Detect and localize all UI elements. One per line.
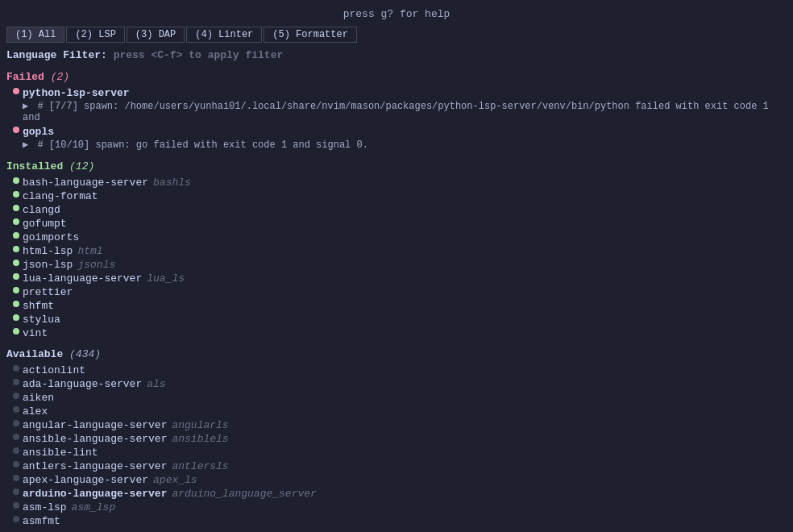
package-name: asmfmt: [23, 515, 60, 527]
tab-linter[interactable]: (4) Linter: [186, 27, 262, 43]
package-name: gopls: [23, 126, 54, 138]
installed-label: Installed: [6, 160, 63, 172]
package-name: gofumpt: [23, 218, 67, 230]
available-icon: [10, 488, 23, 495]
list-item[interactable]: goimports: [6, 231, 787, 244]
installed-icon: [10, 191, 23, 197]
package-name: clangd: [23, 204, 60, 216]
available-section-header: Available (434): [6, 345, 787, 364]
tab-formatter[interactable]: (5) Formatter: [264, 27, 357, 43]
list-item[interactable]: html-lsp html: [6, 244, 787, 258]
package-name: alex: [23, 405, 48, 418]
package-name: actionlint: [23, 364, 85, 376]
available-icon: [10, 502, 23, 509]
list-item[interactable]: ansible-language-server ansiblels: [6, 432, 787, 446]
failed-icon: [10, 88, 23, 94]
installed-icon: [10, 246, 23, 252]
package-name: vint: [23, 327, 48, 339]
list-item[interactable]: angular-language-server angularls: [6, 418, 787, 432]
list-item[interactable]: python-lsp-server: [6, 86, 787, 100]
package-name: bash-language-server: [23, 177, 148, 189]
list-item[interactable]: gopls: [6, 125, 787, 139]
package-name: asm-lsp: [23, 501, 67, 513]
failed-icon: [10, 127, 23, 133]
package-alias: jsonls: [77, 259, 115, 271]
list-item[interactable]: asm-lsp asm_lsp: [6, 501, 787, 514]
failed-count: (2): [51, 71, 69, 83]
package-name: json-lsp: [23, 259, 73, 271]
available-icon: [10, 461, 23, 468]
available-icon: [10, 447, 23, 454]
language-filter-label: Language Filter:: [6, 49, 107, 61]
installed-section-header: Installed (12): [6, 157, 787, 176]
help-label: press g? for help: [343, 8, 450, 20]
package-name: aiken: [23, 392, 54, 404]
installed-icon: [10, 301, 23, 307]
package-name: stylua: [23, 314, 60, 326]
available-label: Available: [6, 348, 63, 360]
package-name: clang-format: [23, 190, 98, 202]
package-alias: asm_lsp: [72, 501, 116, 513]
installed-icon: [10, 232, 23, 239]
installed-icon: [10, 177, 23, 184]
installed-icon: [10, 260, 23, 266]
list-item[interactable]: bash-language-server bashls: [6, 176, 787, 189]
installed-icon: [10, 314, 23, 321]
package-name: arduino-language-server: [23, 488, 167, 500]
failed-section-header: Failed (2): [6, 68, 787, 86]
package-name: ansible-lint: [23, 447, 98, 459]
list-item[interactable]: json-lsp jsonls: [6, 258, 787, 272]
list-item[interactable]: ansible-lint: [6, 446, 787, 459]
language-filter-row: Language Filter: press <C-f> to apply fi…: [0, 46, 793, 68]
tab-lsp[interactable]: (2) LSP: [66, 27, 124, 43]
list-item[interactable]: alex: [6, 405, 787, 418]
list-item[interactable]: antlers-language-server antlersls: [6, 459, 787, 473]
list-item[interactable]: clang-format: [6, 189, 787, 203]
package-name: apex-language-server: [23, 474, 148, 486]
package-alias: angularls: [172, 419, 228, 431]
list-item[interactable]: gofumpt: [6, 217, 787, 231]
package-name: antlers-language-server: [23, 460, 167, 472]
tab-dap[interactable]: (3) DAP: [127, 27, 185, 43]
list-item[interactable]: shfmt: [6, 299, 787, 313]
package-name: python-lsp-server: [23, 87, 130, 99]
installed-count: (12): [69, 160, 94, 172]
installed-icon: [10, 205, 23, 211]
tab-all[interactable]: (1) All: [6, 27, 64, 43]
list-item[interactable]: actionlint: [6, 364, 787, 377]
help-text: press g? for help: [0, 5, 793, 22]
tabs-bar: (1) All(2) LSP(3) DAP(4) Linter(5) Forma…: [0, 25, 793, 46]
package-name: shfmt: [23, 300, 54, 312]
package-name: ansible-language-server: [23, 433, 167, 445]
installed-icon: [10, 218, 23, 225]
available-icon: [10, 365, 23, 372]
available-icon: [10, 379, 23, 385]
list-item[interactable]: prettier: [6, 285, 787, 299]
failed-detail-row: ▶ # [7/7] spawn: /home/users/yunhai01/.l…: [6, 100, 787, 125]
package-name: prettier: [23, 286, 73, 298]
available-icon: [10, 434, 23, 440]
list-item[interactable]: vint: [6, 326, 787, 340]
available-icon: [10, 420, 23, 426]
package-alias: html: [77, 245, 102, 257]
package-alias: antlersls: [172, 460, 228, 472]
package-name: html-lsp: [23, 245, 73, 257]
failed-label: Failed: [6, 71, 44, 83]
list-item[interactable]: aiken: [6, 391, 787, 405]
list-item[interactable]: stylua: [6, 313, 787, 326]
list-item[interactable]: asmfmt: [6, 514, 787, 527]
list-item[interactable]: ada-language-server als: [6, 377, 787, 391]
installed-icon: [10, 273, 23, 280]
package-name: ada-language-server: [23, 378, 142, 390]
list-item[interactable]: apex-language-server apex_ls: [6, 473, 787, 487]
package-alias: bashls: [153, 177, 191, 189]
list-item[interactable]: lua-language-server lua_ls: [6, 272, 787, 285]
available-icon: [10, 475, 23, 481]
package-alias: lua_ls: [147, 272, 185, 285]
list-item[interactable]: arduino-language-server arduino_language…: [6, 487, 787, 501]
list-item[interactable]: clangd: [6, 203, 787, 217]
failed-detail-row: ▶ # [10/10] spawn: go failed with exit c…: [6, 139, 787, 152]
package-alias: arduino_language_server: [172, 488, 316, 500]
installed-icon: [10, 328, 23, 335]
available-icon: [10, 406, 23, 413]
